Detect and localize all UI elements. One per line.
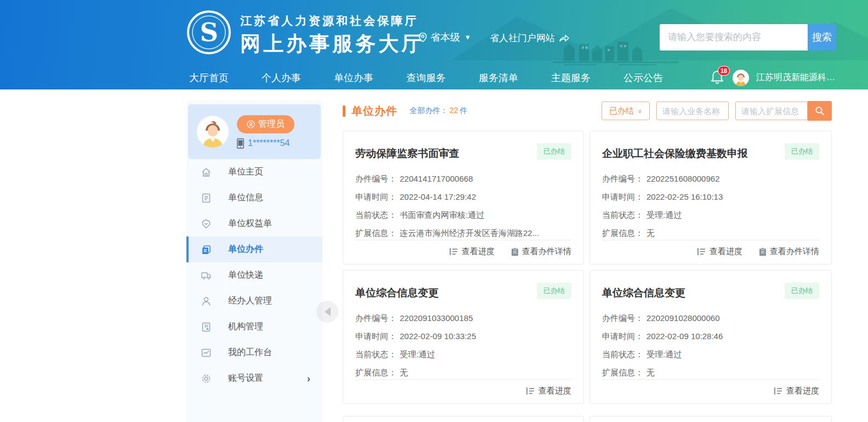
field-value: 连云港市海州经济开发区香海湖路22... <box>400 228 539 238</box>
progress-list-icon <box>526 387 535 395</box>
field-value: 2022-02-25 16:10:13 <box>646 192 723 201</box>
view-progress-link[interactable]: 查看进度 <box>697 246 742 257</box>
field-label: 申请时间： <box>602 331 643 341</box>
extension-info-input[interactable] <box>735 102 808 120</box>
nav-item-service-list[interactable]: 服务清单 <box>479 71 518 85</box>
home-icon <box>201 167 212 178</box>
nav-account-area: 18 江苏明茂新能源科… <box>710 66 835 89</box>
action-label: 查看办件详情 <box>522 246 571 257</box>
svg-text:S: S <box>200 18 218 47</box>
card-partial <box>343 416 584 422</box>
action-label: 查看进度 <box>538 386 571 396</box>
field-label: 当前状态： <box>355 210 396 220</box>
field-label: 申请时间： <box>602 192 643 201</box>
status-badge: 已办结 <box>537 283 571 299</box>
field-label: 扩展信息： <box>602 228 643 238</box>
sidebar-item-org-mgmt[interactable]: 机构管理 <box>186 314 322 340</box>
org-document-icon <box>201 322 212 333</box>
status-filter-select[interactable]: 已办结 ∨ <box>602 102 650 120</box>
sidebar-item-unit-home[interactable]: 单位主页 <box>186 159 322 185</box>
action-label: 查看进度 <box>462 246 495 257</box>
portal-site-link[interactable]: 省人社门户网站 <box>490 32 570 44</box>
sidebar-item-label: 单位快递 <box>228 269 263 281</box>
view-detail-link[interactable]: 查看办件详情 <box>511 246 571 257</box>
role-icon <box>247 120 255 128</box>
progress-list-icon <box>774 387 783 395</box>
portal-site-label: 省人社门户网站 <box>490 32 555 44</box>
status-badge: 已办结 <box>785 283 819 299</box>
main-nav: 大厅首页 个人办事 单位办事 查询服务 服务清单 主题服务 公示公告 18 <box>0 66 868 89</box>
field-label: 扩展信息： <box>355 368 396 377</box>
user-card: 管理员 1********54 <box>188 104 321 159</box>
case-title: 单位综合信息变更 <box>602 286 685 300</box>
search-input[interactable] <box>660 24 808 50</box>
header-top: S 江苏省人力资源和社会保障厅 网上办事服务大厅 省本级 ▼ 省人社门户网站 <box>0 0 868 66</box>
sidebar-item-label: 单位办件 <box>228 244 263 255</box>
header-search: 搜索 <box>660 24 836 50</box>
masked-phone: 1********54 <box>248 138 290 148</box>
document-list-icon <box>201 193 212 204</box>
nav-item-theme[interactable]: 主题服务 <box>551 71 591 85</box>
clipboard-icon <box>511 247 519 256</box>
main-header: 单位办件 全部办件：22件 已办结 ∨ <box>343 100 832 121</box>
sidebar-item-agent-mgmt[interactable]: 经办人管理 <box>186 288 322 314</box>
field-value: 受理:通过 <box>400 350 435 359</box>
sidebar-collapse-button[interactable] <box>316 301 338 323</box>
field-label: 办件编号： <box>602 174 643 183</box>
phone-row: 1********54 <box>237 138 294 149</box>
cards-partial-row <box>343 416 832 422</box>
nav-item-home[interactable]: 大厅首页 <box>189 71 229 85</box>
case-title: 企业职工社会保险缴费基数申报 <box>602 147 748 161</box>
field-value: 书面审查内网审核:通过 <box>400 210 484 220</box>
account-name[interactable]: 江苏明茂新能源科… <box>756 72 835 83</box>
progress-list-icon <box>697 247 706 256</box>
sidebar-item-unit-express[interactable]: 单位快递 <box>186 262 322 288</box>
sidebar-item-label: 单位主页 <box>228 166 263 178</box>
phone-icon <box>237 138 244 149</box>
view-detail-link[interactable]: 查看办件详情 <box>759 246 819 257</box>
view-progress-link[interactable]: 查看进度 <box>774 386 819 396</box>
service-name-input[interactable] <box>656 102 729 120</box>
field-value: 2022-02-09 10:33:25 <box>400 331 476 341</box>
field-value: 无 <box>646 228 655 238</box>
sidebar-item-workbench[interactable]: 我的工作台 <box>186 340 322 365</box>
sidebar: 管理员 1********54 单位主页 <box>186 100 322 422</box>
sidebar-item-account-settings[interactable]: 账号设置 › <box>186 365 322 391</box>
view-progress-link[interactable]: 查看进度 <box>449 246 495 257</box>
status-filter-value: 已办结 <box>609 106 634 116</box>
field-label: 当前状态： <box>602 210 643 220</box>
section-title: 单位办件 <box>351 104 398 119</box>
filter-bar: 已办结 ∨ <box>602 101 832 121</box>
cases-copy-icon <box>201 244 212 255</box>
sidebar-item-unit-cases[interactable]: 单位办件 <box>186 237 322 262</box>
section-accent-bar <box>343 105 345 117</box>
role-badge: 管理员 <box>237 115 294 133</box>
header: S 江苏省人力资源和社会保障厅 网上办事服务大厅 省本级 ▼ 省人社门户网站 <box>0 0 868 89</box>
region-label: 省本级 <box>430 31 460 44</box>
person-icon <box>201 296 212 307</box>
sidebar-item-unit-rights[interactable]: 单位权益单 <box>186 211 322 237</box>
chart-icon <box>201 347 212 358</box>
nav-item-unit[interactable]: 单位办事 <box>334 71 373 85</box>
sidebar-item-label: 单位权益单 <box>228 218 272 229</box>
field-label: 扩展信息： <box>602 368 643 377</box>
total-unit: 件 <box>460 106 468 115</box>
chevron-down-icon: ▼ <box>464 33 471 41</box>
filter-search-button[interactable] <box>808 101 832 121</box>
view-progress-link[interactable]: 查看进度 <box>526 386 571 396</box>
triangle-left-icon <box>325 307 331 316</box>
sidebar-menu: 单位主页 单位信息 单位权益单 <box>186 159 322 391</box>
main-content: 单位办件 全部办件：22件 已办结 ∨ <box>343 100 832 422</box>
search-button[interactable]: 搜索 <box>808 24 836 50</box>
sidebar-item-unit-info[interactable]: 单位信息 <box>186 185 322 211</box>
nav-item-query[interactable]: 查询服务 <box>406 71 446 85</box>
nav-item-announcement[interactable]: 公示公告 <box>623 71 663 85</box>
field-label: 当前状态： <box>602 350 643 359</box>
avatar[interactable] <box>733 70 749 86</box>
nav-item-personal[interactable]: 个人办事 <box>262 71 301 85</box>
total-count: 全部办件：22件 <box>410 106 468 116</box>
notification-bell-icon[interactable]: 18 <box>710 70 725 86</box>
field-label: 办件编号： <box>602 313 643 323</box>
field-label: 申请时间： <box>355 331 396 341</box>
region-selector[interactable]: 省本级 ▼ <box>418 31 471 44</box>
